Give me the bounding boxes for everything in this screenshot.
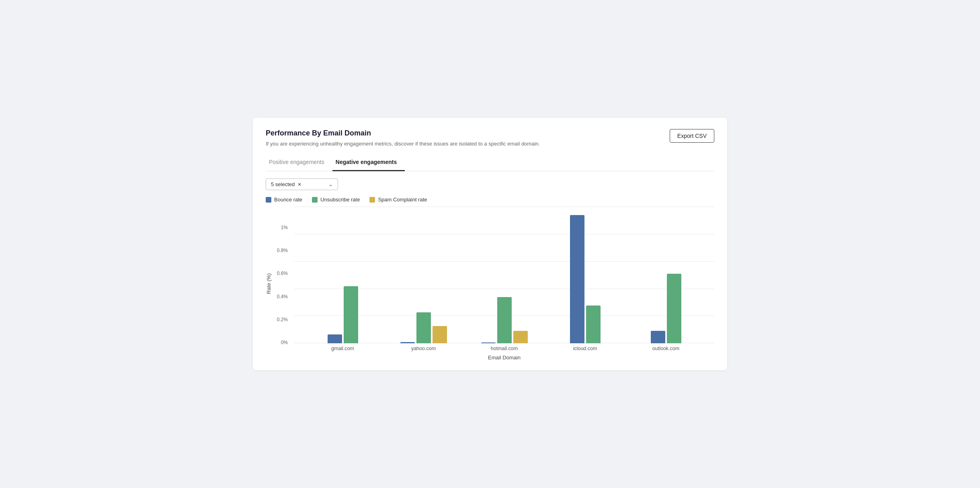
legend-unsubscribe-dot [312, 197, 318, 203]
bar-unsubscribe-outlook-com [667, 274, 681, 343]
legend-bounce-dot [266, 197, 271, 203]
filter-row: 5 selected × ⌄ [266, 178, 714, 190]
legend-spam-dot [369, 197, 375, 203]
bar-spam-yahoo-com [433, 326, 447, 343]
legend-unsubscribe-label: Unsubscribe rate [320, 197, 360, 203]
y-label-6: 0.2% [277, 317, 288, 322]
y-axis-title: Rate (%) [266, 259, 272, 294]
bar-bounce-icloud-com [570, 215, 584, 343]
header-row: Performance By Email Domain If you are e… [266, 129, 714, 148]
domain-group-yahoo-com [383, 312, 464, 343]
legend-bounce-rate: Bounce rate [266, 197, 302, 203]
x-label-outlook-com: outlook.com [625, 346, 706, 351]
legend-spam-rate: Spam Complaint rate [369, 197, 427, 203]
tab-positive-engagements[interactable]: Positive engagements [266, 155, 332, 171]
bar-unsubscribe-gmail-com [344, 286, 358, 343]
y-label-7: 0% [281, 340, 288, 345]
domain-group-outlook-com [625, 274, 706, 343]
x-label-gmail-com: gmail.com [302, 346, 383, 351]
chart-main: gmail.comyahoo.comhotmail.comicloud.como… [294, 207, 714, 361]
domain-group-icloud-com [545, 215, 625, 343]
export-csv-button[interactable]: Export CSV [670, 129, 714, 143]
bar-unsubscribe-icloud-com [586, 306, 601, 344]
x-axis-title: Email Domain [294, 355, 714, 361]
main-card: Performance By Email Domain If you are e… [253, 118, 727, 371]
legend-spam-label: Spam Complaint rate [378, 197, 427, 203]
domain-group-gmail-com [302, 286, 383, 343]
y-label-4: 0.6% [277, 271, 288, 276]
tab-negative-engagements[interactable]: Negative engagements [332, 155, 405, 171]
x-label-hotmail-com: hotmail.com [464, 346, 545, 351]
bar-bounce-yahoo-com [400, 342, 415, 343]
page-title: Performance By Email Domain [266, 129, 540, 137]
y-label-3: 0.8% [277, 248, 288, 253]
filter-clear-icon[interactable]: × [298, 181, 301, 187]
y-label-5: 0.4% [277, 294, 288, 299]
bar-unsubscribe-yahoo-com [416, 312, 431, 343]
x-axis: gmail.comyahoo.comhotmail.comicloud.como… [294, 346, 714, 351]
chart-area: Rate (%) 1% 0.8% 0.6% 0.4% 0.2% 0% [266, 207, 714, 361]
y-axis: 1% 0.8% 0.6% 0.4% 0.2% 0% [273, 207, 293, 359]
page-subtitle: If you are experiencing unhealthy engage… [266, 140, 540, 148]
header-left: Performance By Email Domain If you are e… [266, 129, 540, 148]
tabs-container: Positive engagements Negative engagement… [266, 155, 714, 171]
domain-filter-dropdown[interactable]: 5 selected × ⌄ [266, 178, 338, 190]
bar-spam-hotmail-com [513, 331, 528, 343]
x-label-icloud-com: icloud.com [545, 346, 625, 351]
filter-selected-count: 5 selected [271, 181, 295, 187]
bar-unsubscribe-hotmail-com [497, 297, 512, 343]
chart-legend: Bounce rate Unsubscribe rate Spam Compla… [266, 197, 714, 203]
bar-bounce-outlook-com [651, 331, 665, 343]
x-label-yahoo-com: yahoo.com [383, 346, 464, 351]
bar-bounce-gmail-com [328, 334, 342, 343]
bars-area [294, 207, 714, 343]
legend-unsubscribe-rate: Unsubscribe rate [312, 197, 360, 203]
domain-group-hotmail-com [464, 297, 545, 343]
bar-bounce-hotmail-com [481, 342, 496, 343]
legend-bounce-label: Bounce rate [274, 197, 302, 203]
y-label-2: 1% [281, 225, 288, 230]
chevron-down-icon: ⌄ [328, 181, 333, 187]
